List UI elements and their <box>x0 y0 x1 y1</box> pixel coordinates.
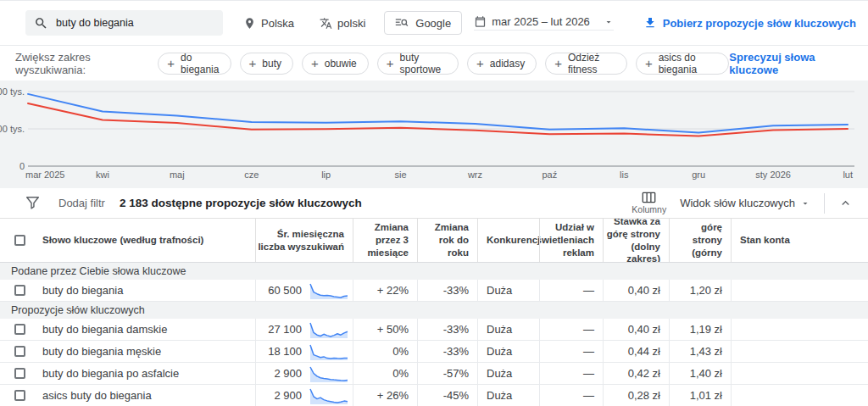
header-competition[interactable]: Konkurencja <box>478 219 540 262</box>
chip-buty[interactable]: +buty <box>240 53 293 75</box>
language-label: polski <box>337 17 365 30</box>
svg-text:cze: cze <box>244 170 259 180</box>
table-row[interactable]: buty do biegania męskie 18 100 0% -33% D… <box>0 341 868 363</box>
ad-impression-share-value: — <box>540 341 604 362</box>
broaden-search-row: Zwiększ zakres wyszukiwania: +do biegani… <box>0 46 868 81</box>
refine-keywords-link[interactable]: Sprecyzuj słowa kluczowe <box>729 51 853 76</box>
row-checkbox[interactable] <box>14 285 25 296</box>
svg-text:wrz: wrz <box>467 170 482 180</box>
header-top-bid-high[interactable]: Stawka za górę strony (górny zakres) <box>670 219 732 262</box>
header-yoy-change[interactable]: Zmiana rok do roku <box>418 219 478 262</box>
filter-icon[interactable] <box>25 196 40 210</box>
chip-obuwie[interactable]: +obuwie <box>302 53 369 75</box>
header-avg-monthly-searches[interactable]: Śr. miesięczna liczba wyszukiwań <box>256 219 353 262</box>
section-provided-keywords: Podane przez Ciebie słowa kluczowe <box>0 263 868 280</box>
date-range-label: mar 2025 – lut 2026 <box>492 15 590 28</box>
account-status-value <box>732 341 868 362</box>
chip-do-biegania[interactable]: +do biegania <box>158 53 231 75</box>
chip-label: obuwie <box>325 58 357 70</box>
top-bid-low-value: 0,40 zł <box>604 280 670 301</box>
keywords-table: Słowo kluczowe (według trafności) Śr. mi… <box>0 219 868 406</box>
keyword-chip-list: +do biegania +buty +obuwie +buty sportow… <box>158 53 729 75</box>
results-count: 2 183 dostępne propozycje słów kluczowyc… <box>120 197 362 209</box>
row-checkbox[interactable] <box>14 368 25 379</box>
select-all-checkbox[interactable] <box>14 235 25 246</box>
three-month-change-value: 0% <box>353 341 418 362</box>
view-selector[interactable]: Widok słów kluczowych <box>680 197 810 209</box>
svg-text:sty 2026: sty 2026 <box>755 170 791 180</box>
top-bid-high-value: 1,20 zł <box>670 280 732 301</box>
chip-label: Odzież fitness <box>568 52 615 75</box>
language-selector[interactable]: polski <box>320 17 365 30</box>
chip-label: do biegania <box>181 52 220 75</box>
sparkline-chart <box>309 321 349 338</box>
chip-adidasy[interactable]: +adidasy <box>467 53 537 75</box>
chip-label: buty <box>262 58 281 70</box>
sparkline-chart <box>309 282 349 299</box>
account-status-value <box>732 319 868 340</box>
account-status-value <box>732 363 868 384</box>
svg-text:paź: paź <box>542 170 557 180</box>
competition-value: Duża <box>478 363 540 384</box>
three-month-change-value: + 26% <box>353 385 418 406</box>
table-row[interactable]: buty do biegania 60 500 + 22% -33% Duża … <box>0 280 868 302</box>
location-label: Polska <box>261 17 294 30</box>
keyword-text[interactable]: buty do biegania męskie <box>42 345 161 358</box>
ad-impression-share-value: — <box>540 363 604 384</box>
header-label: Słowo kluczowe (według trafności) <box>42 234 203 247</box>
header-three-month-change[interactable]: Zmiana przez 3 miesiące <box>353 219 418 262</box>
top-bid-high-value: 1,43 zł <box>670 341 732 362</box>
download-icon <box>643 16 657 30</box>
columns-label: Kolumny <box>632 204 666 214</box>
add-filter-button[interactable]: Dodaj filtr <box>58 197 105 209</box>
top-bid-low-value: 0,28 zł <box>604 385 670 406</box>
download-keyword-ideas-button[interactable]: Pobierz propozycje słów kluczowych <box>643 16 856 30</box>
chip-label: buty sportowe <box>400 52 447 75</box>
keyword-text[interactable]: asics buty do biegania <box>42 389 152 402</box>
keyword-text[interactable]: buty do biegania <box>42 284 123 297</box>
header-keyword[interactable]: Słowo kluczowe (według trafności) <box>0 219 256 262</box>
location-selector[interactable]: Polska <box>243 17 294 30</box>
table-row[interactable]: asics buty do biegania 2 900 + 26% -45% … <box>0 385 868 406</box>
account-status-value <box>732 385 868 406</box>
header-account-status[interactable]: Stan konta <box>732 219 868 262</box>
top-bar: buty do biegania Polska polski Google ma… <box>0 0 868 46</box>
calendar-icon <box>474 15 487 28</box>
keyword-text[interactable]: buty do biegania damskie <box>42 323 167 336</box>
search-network-icon <box>395 17 409 29</box>
chip-label: adidasy <box>490 58 525 70</box>
trend-chart-svg: 600 tys.300 tys.0mar 2025kwimajczelipsie… <box>0 81 868 188</box>
row-checkbox[interactable] <box>14 324 25 335</box>
ad-impression-share-value: — <box>540 280 604 301</box>
header-ad-impression-share[interactable]: Udział w wyświetleniach reklam <box>540 219 604 262</box>
table-row[interactable]: buty do biegania damskie 27 100 + 50% -3… <box>0 319 868 341</box>
date-range-selector[interactable]: mar 2025 – lut 2026 <box>474 15 614 31</box>
avg-searches-value: 60 500 <box>268 284 302 297</box>
table-toolbar: Dodaj filtr 2 183 dostępne propozycje sł… <box>0 188 868 219</box>
svg-text:300 tys.: 300 tys. <box>0 124 25 134</box>
collapse-chart-button[interactable] <box>838 196 853 210</box>
table-row[interactable]: buty do biegania po asfalcie 2 900 0% -5… <box>0 363 868 385</box>
top-bid-high-value: 1,40 zł <box>670 363 732 384</box>
columns-button[interactable]: Kolumny <box>632 192 666 214</box>
ad-impression-share-value: — <box>540 385 604 406</box>
toolbar-right-controls: Kolumny Widok słów kluczowych <box>632 192 858 214</box>
chip-asics-do-biegania[interactable]: +asics do biegania <box>636 53 729 75</box>
chevron-down-icon <box>604 17 614 27</box>
plus-icon: + <box>387 57 394 70</box>
ad-impression-share-value: — <box>540 319 604 340</box>
row-checkbox[interactable] <box>14 346 25 357</box>
table-header-row: Słowo kluczowe (według trafności) Śr. mi… <box>0 219 868 263</box>
sparkline-chart <box>309 365 349 382</box>
competition-value: Duża <box>478 319 540 340</box>
chip-buty-sportowe[interactable]: +buty sportowe <box>377 53 459 75</box>
chip-odziez-fitness[interactable]: +Odzież fitness <box>545 53 627 75</box>
keyword-text[interactable]: buty do biegania po asfalcie <box>42 367 179 380</box>
row-checkbox[interactable] <box>14 390 25 401</box>
competition-value: Duża <box>478 280 540 301</box>
network-selector[interactable]: Google <box>384 11 462 35</box>
keyword-search-input[interactable]: buty do biegania <box>25 10 223 36</box>
columns-icon <box>642 192 656 203</box>
plus-icon: + <box>311 57 319 70</box>
header-top-bid-low[interactable]: Stawka za górę strony (dolny zakres) <box>604 219 670 262</box>
